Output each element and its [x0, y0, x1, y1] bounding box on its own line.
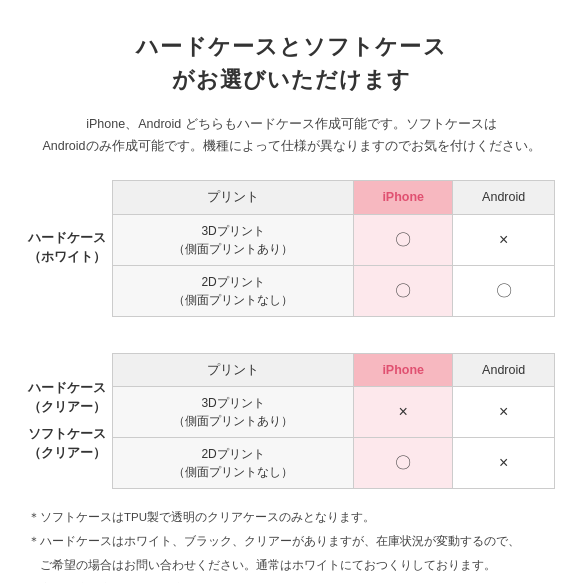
label-3d-1: 3Dプリント（側面プリントあり）: [113, 214, 354, 265]
col-header-android-1: Android: [453, 180, 555, 214]
android-val-2d-1: 〇: [453, 265, 555, 316]
col-header-print-2: プリント: [113, 353, 354, 387]
table-wrap-2: ハードケース （クリアー） ソフトケース （クリアー） プリント iPhone …: [28, 353, 555, 490]
iphone-val-3d-1: 〇: [354, 214, 453, 265]
table-row: 3Dプリント（側面プリントあり） × ×: [113, 387, 555, 438]
table-row: 2Dプリント（側面プリントなし） 〇 〇: [113, 265, 555, 316]
col-header-android-2: Android: [453, 353, 555, 387]
row-header-2: ハードケース （クリアー） ソフトケース （クリアー）: [28, 353, 112, 490]
page: ハードケースとソフトケース がお選びいただけます iPhone、Android …: [0, 0, 583, 583]
notes-section: ＊ソフトケースはTPU製で透明のクリアケースのみとなります。 ＊ハードケースはホ…: [28, 507, 555, 583]
table-wrap-1: ハードケース （ホワイト） プリント iPhone Android 3Dプリント…: [28, 180, 555, 317]
note-3: ご希望の場合はお問い合わせください。通常はホワイトにておつくりしております。: [28, 555, 555, 577]
note-4: ＊完全受注生産なので、ご注文の際に種類や機種に間違いがないように、お気を付けくだ…: [28, 579, 555, 583]
row-header-1: ハードケース （ホワイト）: [28, 180, 112, 317]
spacer: [28, 335, 555, 353]
col-header-iphone-1: iPhone: [354, 180, 453, 214]
table-2: プリント iPhone Android 3Dプリント（側面プリントあり） × ×…: [112, 353, 555, 490]
note-2: ＊ハードケースはホワイト、ブラック、クリアーがありますが、在庫状況が変動するので…: [28, 531, 555, 553]
table-1: プリント iPhone Android 3Dプリント（側面プリントあり） 〇 ×…: [112, 180, 555, 317]
table-section-1: ハードケース （ホワイト） プリント iPhone Android 3Dプリント…: [28, 180, 555, 317]
iphone-val-3d-2: ×: [354, 387, 453, 438]
android-val-3d-1: ×: [453, 214, 555, 265]
subtitle: iPhone、Android どちらもハードケース作成可能です。ソフトケースは …: [28, 114, 555, 158]
page-title: ハードケースとソフトケース がお選びいただけます: [28, 30, 555, 96]
label-2d-2: 2Dプリント（側面プリントなし）: [113, 438, 354, 489]
iphone-val-2d-1: 〇: [354, 265, 453, 316]
col-header-print-1: プリント: [113, 180, 354, 214]
note-1: ＊ソフトケースはTPU製で透明のクリアケースのみとなります。: [28, 507, 555, 529]
table-section-2: ハードケース （クリアー） ソフトケース （クリアー） プリント iPhone …: [28, 353, 555, 490]
label-2d-1: 2Dプリント（側面プリントなし）: [113, 265, 354, 316]
label-3d-2: 3Dプリント（側面プリントあり）: [113, 387, 354, 438]
android-val-2d-2: ×: [453, 438, 555, 489]
table-row: 2Dプリント（側面プリントなし） 〇 ×: [113, 438, 555, 489]
col-header-iphone-2: iPhone: [354, 353, 453, 387]
table-row: 3Dプリント（側面プリントあり） 〇 ×: [113, 214, 555, 265]
iphone-val-2d-2: 〇: [354, 438, 453, 489]
android-val-3d-2: ×: [453, 387, 555, 438]
